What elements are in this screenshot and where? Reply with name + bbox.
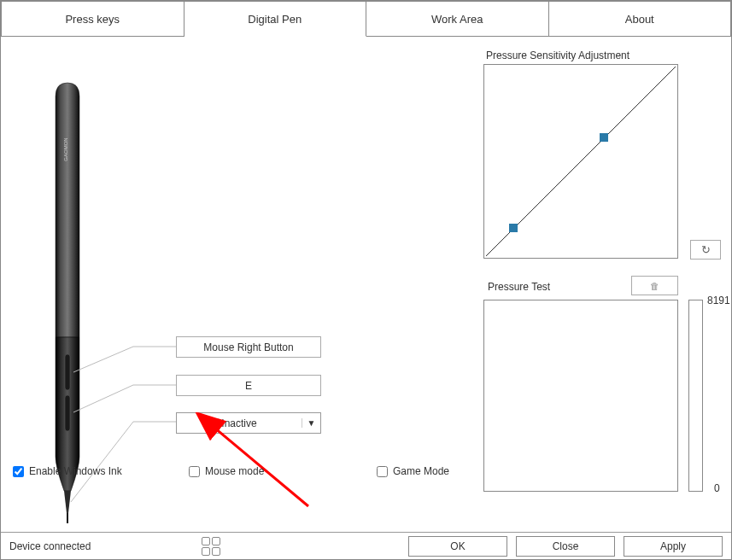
game-mode-checkbox[interactable] xyxy=(377,466,388,477)
close-button[interactable]: Close xyxy=(516,536,615,557)
pressure-test-clear-button[interactable]: 🗑 xyxy=(631,276,678,295)
status-text: Device connected xyxy=(9,540,193,552)
mouse-mode-check[interactable]: Mouse mode xyxy=(189,465,377,477)
svg-rect-7 xyxy=(600,133,608,142)
status-bar: Device connected OK Close Apply xyxy=(1,532,731,559)
page-body: GAOMON Mouse Right Button E Inactive ▼ P… xyxy=(1,37,731,532)
game-mode-label: Game Mode xyxy=(393,465,449,477)
enable-windows-ink-check[interactable]: Enable Windows Ink xyxy=(13,465,189,477)
pen-lower-button-field[interactable]: E xyxy=(176,375,321,396)
tab-press-keys[interactable]: Press keys xyxy=(1,1,184,37)
tab-about[interactable]: About xyxy=(549,1,732,37)
game-mode-check[interactable]: Game Mode xyxy=(377,465,449,477)
pressure-test-label: Pressure Test xyxy=(488,281,550,293)
svg-rect-0 xyxy=(67,513,68,523)
enable-windows-ink-label: Enable Windows Ink xyxy=(29,465,122,477)
pressure-sensitivity-label: Pressure Sensitivity Adjustment xyxy=(486,50,630,61)
ok-button[interactable]: OK xyxy=(408,536,507,557)
enable-windows-ink-checkbox[interactable] xyxy=(13,466,24,477)
svg-rect-2 xyxy=(65,395,70,431)
tab-work-area[interactable]: Work Area xyxy=(366,1,549,37)
tab-digital-pen[interactable]: Digital Pen xyxy=(184,1,367,37)
svg-text:GAOMON: GAOMON xyxy=(63,137,68,160)
mouse-mode-checkbox[interactable] xyxy=(189,466,200,477)
svg-rect-6 xyxy=(509,224,518,232)
grid-view-icon[interactable] xyxy=(202,537,220,556)
pen-tip-mode-value: Inactive xyxy=(177,417,302,429)
pressure-gauge-max: 8191 xyxy=(707,295,730,306)
tab-bar: Press keys Digital Pen Work Area About xyxy=(1,1,731,37)
pen-upper-button-field[interactable]: Mouse Right Button xyxy=(176,336,321,358)
options-row: Enable Windows Ink Mouse mode Game Mode xyxy=(13,462,719,481)
pen-illustration: GAOMON xyxy=(50,81,85,525)
apply-button[interactable]: Apply xyxy=(624,536,723,557)
svg-rect-1 xyxy=(65,354,70,390)
mouse-mode-label: Mouse mode xyxy=(205,465,264,477)
pen-tip-mode-dropdown[interactable]: Inactive ▼ xyxy=(176,412,321,434)
pressure-sensitivity-graph[interactable] xyxy=(483,64,678,259)
app-window: Press keys Digital Pen Work Area About xyxy=(0,0,732,560)
pressure-gauge-min: 0 xyxy=(714,482,720,494)
trash-icon: 🗑 xyxy=(650,281,659,291)
reset-icon: ↻ xyxy=(701,243,711,256)
chevron-down-icon: ▼ xyxy=(302,418,320,428)
pressure-sensitivity-reset-button[interactable]: ↻ xyxy=(690,240,721,260)
